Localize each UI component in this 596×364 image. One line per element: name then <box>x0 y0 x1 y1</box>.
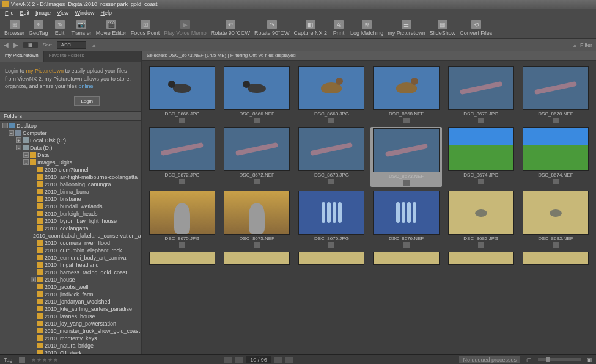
thumbnail-dsc-8674-jpg[interactable]: DSC_8674.JPG <box>446 127 517 187</box>
thumbnail-dsc-8682-nef[interactable]: DSC_8682.NEF <box>520 191 591 248</box>
folder-images-digital[interactable]: -Images_Digital <box>1 159 140 166</box>
toolbar-my-picturetown[interactable]: ☰my Picturetown <box>386 19 427 37</box>
toolbar-log-matching[interactable]: ≋Log Matching <box>348 19 385 37</box>
thumbnail-dsc-8672-nef[interactable]: DSC_8672.NEF <box>221 127 292 187</box>
folder-2010-coombabah-lakeland-conservation-area[interactable]: 2010_coombabah_lakeland_conservation_are… <box>1 232 140 239</box>
folder-2010-kite-surfing-surfers-paradise[interactable]: 2010_kite_surfing_surfers_paradise <box>1 305 140 313</box>
zoom-in-icon[interactable]: ▣ <box>587 357 592 363</box>
zoom-out-icon[interactable]: ▢ <box>526 357 532 363</box>
expand-icon[interactable]: - <box>23 159 29 165</box>
folder-2010-currumbin-elephant-rock[interactable]: 2010_currumbin_elephant_rock <box>1 247 140 254</box>
nav-back-icon[interactable]: ◀ <box>4 42 9 48</box>
toolbar-transfer[interactable]: 📷Transfer <box>70 19 94 37</box>
folder-2010-clem7tunnel[interactable]: 2010-clem7tunnel <box>1 166 140 173</box>
thumbnail-partial[interactable] <box>147 252 218 266</box>
folder-2010-binna-burra[interactable]: 2010_binna_burra <box>1 188 140 195</box>
folder-2010-monster-truck-show-gold-coast[interactable]: 2010_monster_truck_show_gold_coast <box>1 327 140 335</box>
folder-2010-loy-yang-powerstation[interactable]: 2010_loy_yang_powerstation <box>1 320 140 327</box>
expand-icon[interactable]: − <box>2 123 8 128</box>
zoom-slider[interactable] <box>538 358 581 361</box>
folder-computer[interactable]: −Computer <box>1 129 140 137</box>
thumbnail-dsc-8675-jpg[interactable]: DSC_8675.JPG <box>147 191 218 248</box>
expand-icon[interactable]: + <box>31 277 36 282</box>
thumbnail-partial[interactable] <box>370 252 441 266</box>
toolbar-slideshow[interactable]: ▦SlideShow <box>428 19 458 37</box>
folder-2010-air-flight-melbourne-coolangatta[interactable]: 2010_air-flight-melbourne-coolangatta <box>1 173 140 181</box>
folder-data[interactable]: +Data <box>1 151 140 159</box>
first-button[interactable] <box>224 357 232 363</box>
prev-button[interactable] <box>235 357 243 363</box>
sort-select[interactable]: ASC <box>57 41 86 49</box>
folder-2010-lawnes-house[interactable]: 2010_lawnes_house <box>1 313 140 320</box>
folder-2010-bundall-wetlands[interactable]: 2010_bundall_wetlands <box>1 203 140 210</box>
online-link[interactable]: online <box>79 83 94 89</box>
toolbar-movie-editor[interactable]: 🎬Movie Editor <box>94 19 128 37</box>
folder-2010-natural-bridge[interactable]: 2010_natural bridge <box>1 342 140 349</box>
folder-2010-house[interactable]: +2010_house <box>1 276 140 283</box>
menu-window[interactable]: Window <box>72 10 97 16</box>
last-button[interactable] <box>285 357 293 363</box>
thumbnail-dsc-8670-nef[interactable]: DSC_8670.NEF <box>520 66 591 123</box>
thumbnail-partial[interactable] <box>221 252 292 266</box>
folder-desktop[interactable]: −Desktop <box>1 122 140 129</box>
folder-local-disk-c-[interactable]: +Local Disk (C:) <box>1 137 140 144</box>
folder-2010-harness-racing-gold-coast[interactable]: 2010_harness_racing_gold_coast <box>1 269 140 276</box>
expand-icon[interactable]: + <box>23 152 29 158</box>
expand-icon[interactable]: - <box>16 145 21 150</box>
thumbnail-dsc-8670-jpg[interactable]: DSC_8670.JPG <box>446 66 517 123</box>
folder-2010-eumundi-body-art-carnival[interactable]: 2010_eumundi_body_art_carnival <box>1 254 140 261</box>
thumbnail-dsc-8666-jpg[interactable]: DSC_8666.JPG <box>147 66 218 123</box>
thumbnail-dsc-8673-jpg[interactable]: DSC_8673.JPG <box>296 127 367 187</box>
nav-fwd-icon[interactable]: ▶ <box>13 42 18 48</box>
thumbnail-dsc-8676-nef[interactable]: DSC_8676.NEF <box>370 191 441 248</box>
tab-favorite-folders[interactable]: Favorite Folders <box>44 51 90 62</box>
toolbar-rotate-90-ccw[interactable]: ↶Rotate 90°CCW <box>209 19 252 37</box>
toolbar-capture-nx-2[interactable]: ◧Capture NX 2 <box>292 19 329 37</box>
thumbnail-partial[interactable] <box>296 252 367 266</box>
folder-2010-coolangatta[interactable]: 2010_coolangatta <box>1 225 140 232</box>
tab-mypicturetown[interactable]: my Picturetown <box>0 51 44 62</box>
thumbnail-dsc-8668-nef[interactable]: DSC_8668.NEF <box>370 66 441 123</box>
thumbnail-partial[interactable] <box>446 252 517 266</box>
thumbnail-dsc-8668-jpg[interactable]: DSC_8668.JPG <box>296 66 367 123</box>
expand-icon[interactable]: + <box>16 137 21 143</box>
thumbnail-dsc-8666-nef[interactable]: DSC_8666.NEF <box>221 66 292 123</box>
thumbnail-dsc-8673-nef[interactable]: DSC_8673.NEF <box>370 127 441 187</box>
toolbar-rotate-90-cw[interactable]: ↷Rotate 90°CW <box>252 19 292 37</box>
thumbnail-dsc-8676-jpg[interactable]: DSC_8676.JPG <box>296 191 367 248</box>
expand-icon[interactable]: − <box>9 130 14 136</box>
menu-help[interactable]: Help <box>98 10 114 16</box>
sort-dir-icon[interactable]: ▲ <box>91 42 97 48</box>
menu-image[interactable]: Image <box>33 10 53 16</box>
menu-view[interactable]: View <box>54 10 71 16</box>
filter-label[interactable]: Filter <box>580 42 592 48</box>
folder-2010-jacobs-well[interactable]: 2010_jacobs_well <box>1 283 140 291</box>
view-mode-pill[interactable]: ▦ <box>23 42 38 48</box>
folder-2010-brisbane[interactable]: 2010_brisbane <box>1 195 140 203</box>
toolbar-focus-point[interactable]: ⊡Focus Point <box>129 19 162 37</box>
thumbnail-dsc-8672-jpg[interactable]: DSC_8672.JPG <box>147 127 218 187</box>
toolbar-edit[interactable]: ✎Edit <box>51 19 69 37</box>
folder-2010-fingal-headland[interactable]: 2010_fingal_headland <box>1 261 140 269</box>
folder-2010-jondaryan-woolshed[interactable]: 2010_jondaryan_woolshed <box>1 298 140 305</box>
folder-data-d-[interactable]: -Data (D:) <box>1 144 140 151</box>
menu-file[interactable]: File <box>2 10 17 16</box>
next-button[interactable] <box>274 357 282 363</box>
menu-edit[interactable]: Edit <box>18 10 32 16</box>
toolbar-convert-files[interactable]: ⟲Convert Files <box>458 19 494 37</box>
thumbnail-dsc-8674-nef[interactable]: DSC_8674.NEF <box>520 127 591 187</box>
label-swatch[interactable] <box>19 357 25 363</box>
toolbar-geotag[interactable]: ⌖GeoTag <box>27 19 50 37</box>
folder-2010-ballooning-canungra[interactable]: 2010_ballooning_canungra <box>1 181 140 188</box>
folder-2010-jindivick-farm[interactable]: 2010_jindivick_farm <box>1 291 140 298</box>
folder-2010-burleigh-heads[interactable]: 2010_burleigh_heads <box>1 210 140 217</box>
thumbnail-partial[interactable] <box>520 252 591 266</box>
thumbnail-dsc-8682-jpg[interactable]: DSC_8682.JPG <box>446 191 517 248</box>
thumbnail-dsc-8675-nef[interactable]: DSC_8675.NEF <box>221 191 292 248</box>
thumbnail-grid[interactable]: DSC_8666.JPGDSC_8666.NEFDSC_8668.JPGDSC_… <box>142 61 596 354</box>
filter-flag-icon[interactable]: ▲ <box>572 42 578 48</box>
rating-stars[interactable]: ★★★★★ <box>31 357 58 363</box>
folder-2010-montemy-keys[interactable]: 2010_montemy_keys <box>1 335 140 342</box>
folder-2010-coomera-river-flood[interactable]: 2010_coomera_river_flood <box>1 239 140 247</box>
folder-2010-q1-deck[interactable]: 2010_Q1_deck <box>1 349 140 354</box>
